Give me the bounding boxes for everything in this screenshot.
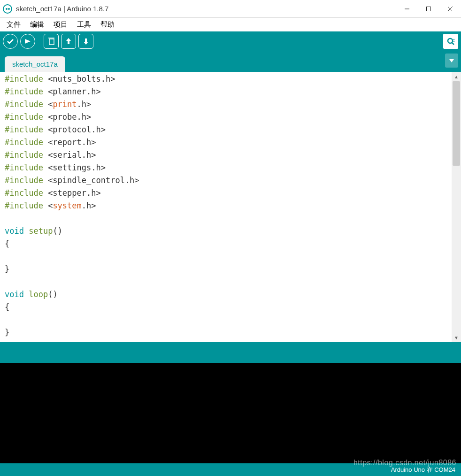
svg-marker-4: [25, 39, 31, 44]
svg-marker-13: [449, 59, 454, 62]
editor-area: #include <nuts_bolts.h>#include <planner…: [0, 72, 461, 342]
menu-sketch[interactable]: 项目: [49, 19, 72, 30]
menu-edit[interactable]: 编辑: [25, 19, 49, 30]
verify-button[interactable]: [3, 34, 18, 49]
serial-monitor-button[interactable]: [443, 34, 458, 49]
vertical-scrollbar[interactable]: ▲ ▼: [452, 72, 461, 342]
scroll-down-icon[interactable]: ▼: [452, 333, 461, 342]
watermark-text: https://blog.csdn.net/jun8086: [353, 459, 456, 467]
code-editor[interactable]: #include <nuts_bolts.h>#include <planner…: [0, 72, 452, 342]
svg-marker-7: [66, 38, 71, 44]
toolbar: [0, 31, 461, 51]
svg-rect-5: [49, 39, 54, 45]
menu-tools[interactable]: 工具: [72, 19, 96, 30]
svg-point-11: [453, 38, 454, 39]
maximize-button[interactable]: [418, 0, 439, 18]
new-button[interactable]: [44, 34, 59, 49]
arduino-logo-icon: [3, 4, 12, 14]
scroll-up-icon[interactable]: ▲: [452, 72, 461, 81]
scroll-thumb[interactable]: [453, 81, 460, 166]
tab-bar: sketch_oct17a: [0, 51, 461, 72]
output-console[interactable]: [0, 363, 461, 463]
svg-point-9: [448, 38, 453, 43]
svg-marker-8: [84, 38, 88, 45]
menubar: 文件 编辑 项目 工具 帮助: [0, 18, 461, 31]
status-bar: [0, 342, 461, 363]
menu-help[interactable]: 帮助: [96, 19, 119, 30]
open-button[interactable]: [61, 34, 76, 49]
window-titlebar: sketch_oct17a | Arduino 1.8.7: [0, 0, 461, 18]
window-title: sketch_oct17a | Arduino 1.8.7: [16, 5, 108, 13]
sketch-tab[interactable]: sketch_oct17a: [5, 56, 65, 72]
svg-line-10: [452, 43, 454, 45]
close-button[interactable]: [439, 0, 461, 18]
upload-button[interactable]: [20, 34, 35, 49]
tab-menu-button[interactable]: [445, 54, 458, 68]
minimize-button[interactable]: [396, 0, 418, 18]
footer-bar: https://blog.csdn.net/jun8086 Arduino Un…: [0, 463, 461, 476]
save-button[interactable]: [78, 34, 93, 49]
svg-point-12: [453, 40, 454, 41]
menu-file[interactable]: 文件: [2, 19, 25, 30]
svg-rect-1: [427, 7, 431, 11]
